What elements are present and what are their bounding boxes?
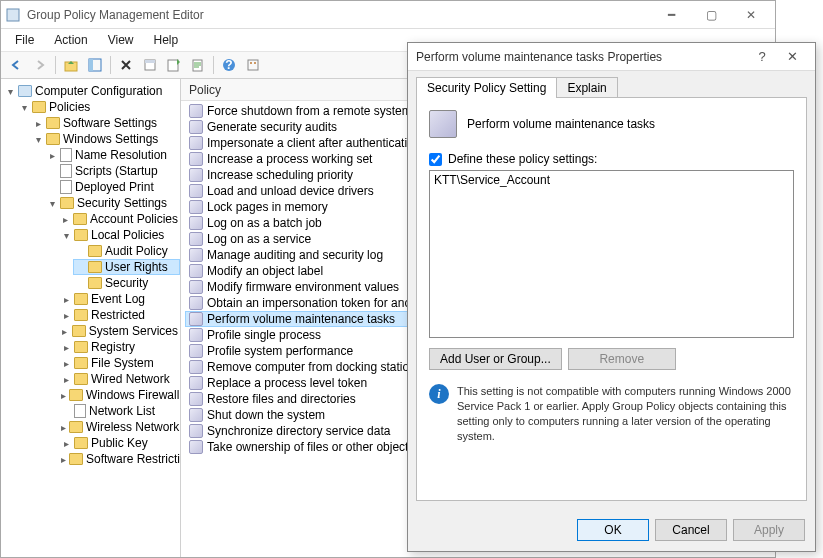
policy-item-label: Log on as a batch job (207, 216, 322, 230)
tree-software-restriction[interactable]: ▸Software Restriction (59, 451, 180, 467)
show-hide-tree-button[interactable] (84, 54, 106, 76)
policy-item-icon (189, 152, 203, 166)
forward-button[interactable] (29, 54, 51, 76)
back-button[interactable] (5, 54, 27, 76)
tree-pane[interactable]: ▾Computer Configuration ▾Policies ▸Softw… (1, 79, 181, 557)
add-user-group-button[interactable]: Add User or Group... (429, 348, 562, 370)
policy-item-label: Profile system performance (207, 344, 353, 358)
policy-item-label: Impersonate a client after authenticatio… (207, 136, 420, 150)
cancel-button[interactable]: Cancel (655, 519, 727, 541)
titlebar: Group Policy Management Editor ━ ▢ ✕ (1, 1, 775, 29)
compatibility-info-text: This setting is not compatible with comp… (457, 384, 794, 443)
policy-item-label: Perform volume maintenance tasks (207, 312, 395, 326)
tree-windows-settings[interactable]: ▾Windows Settings (31, 131, 180, 147)
tree-label: Computer Configuration (35, 84, 162, 98)
tree-label: User Rights (105, 260, 168, 274)
tree-local-policies[interactable]: ▾Local Policies (59, 227, 180, 243)
svg-rect-10 (248, 60, 258, 70)
tree-network-list[interactable]: Network List (59, 403, 180, 419)
help-button[interactable]: ? (218, 54, 240, 76)
properties-button[interactable] (139, 54, 161, 76)
tree-security-settings[interactable]: ▾Security Settings (45, 195, 180, 211)
tree-scripts[interactable]: Scripts (Startup (45, 163, 180, 179)
tree-label: Security (105, 276, 148, 290)
policy-item-icon (189, 184, 203, 198)
delete-button[interactable] (115, 54, 137, 76)
up-button[interactable] (60, 54, 82, 76)
tree-label: Software Settings (63, 116, 157, 130)
menu-view[interactable]: View (98, 31, 144, 49)
tree-audit-policy[interactable]: Audit Policy (73, 243, 180, 259)
policy-item-icon (189, 264, 203, 278)
policy-item-label: Increase scheduling priority (207, 168, 353, 182)
tree-computer-configuration[interactable]: ▾Computer Configuration (3, 83, 180, 99)
dialog-help-button[interactable]: ? (747, 49, 777, 64)
principals-list[interactable]: KTT\Service_Account (429, 170, 794, 338)
policy-item-icon (189, 136, 203, 150)
define-settings-checkbox[interactable] (429, 153, 442, 166)
minimize-button[interactable]: ━ (651, 3, 691, 27)
tree-label: Registry (91, 340, 135, 354)
maximize-button[interactable]: ▢ (691, 3, 731, 27)
policy-name-label: Perform volume maintenance tasks (467, 117, 655, 131)
svg-rect-6 (168, 60, 178, 71)
tree-software-settings[interactable]: ▸Software Settings (31, 115, 180, 131)
principal-item[interactable]: KTT\Service_Account (434, 173, 789, 187)
tree-label: Security Settings (77, 196, 167, 210)
tree-security-options[interactable]: Security (73, 275, 180, 291)
tree-label: Wired Network (91, 372, 170, 386)
tree-event-log[interactable]: ▸Event Log (59, 291, 180, 307)
policy-item-label: Replace a process level token (207, 376, 367, 390)
tree-system-services[interactable]: ▸System Services (59, 323, 180, 339)
define-settings-label[interactable]: Define these policy settings: (448, 152, 597, 166)
ok-button[interactable]: OK (577, 519, 649, 541)
close-button[interactable]: ✕ (731, 3, 771, 27)
policy-item-icon (189, 248, 203, 262)
policy-item-icon (189, 360, 203, 374)
tab-strip: Security Policy Setting Explain (408, 71, 815, 98)
tree-user-rights[interactable]: User Rights (73, 259, 180, 275)
tree-account-policies[interactable]: ▸Account Policies (59, 211, 180, 227)
tab-explain[interactable]: Explain (556, 77, 617, 98)
policy-item-icon (189, 440, 203, 454)
filter-button[interactable] (242, 54, 264, 76)
tree-registry[interactable]: ▸Registry (59, 339, 180, 355)
policy-item-label: Shut down the system (207, 408, 325, 422)
svg-text:?: ? (225, 58, 232, 72)
tree-name-resolution[interactable]: ▸Name Resolution (45, 147, 180, 163)
tree-file-system[interactable]: ▸File System (59, 355, 180, 371)
policy-item-label: Manage auditing and security log (207, 248, 383, 262)
tree-label: Network List (89, 404, 155, 418)
dialog-close-button[interactable]: ✕ (777, 49, 807, 64)
tree-label: Windows Settings (63, 132, 158, 146)
policy-item-icon (189, 168, 203, 182)
policy-item-icon (189, 232, 203, 246)
menu-action[interactable]: Action (44, 31, 97, 49)
svg-rect-3 (89, 59, 93, 71)
svg-rect-12 (254, 62, 256, 64)
tree-wireless-network[interactable]: ▸Wireless Network (59, 419, 180, 435)
tree-wired-network[interactable]: ▸Wired Network (59, 371, 180, 387)
tree-label: Wireless Network (86, 420, 179, 434)
tree-restricted-groups[interactable]: ▸Restricted (59, 307, 180, 323)
policy-item-icon (189, 280, 203, 294)
tree-policies[interactable]: ▾Policies (17, 99, 180, 115)
tree-deployed-printers[interactable]: Deployed Print (45, 179, 180, 195)
menu-file[interactable]: File (5, 31, 44, 49)
app-icon (5, 7, 21, 23)
policy-item-icon (189, 344, 203, 358)
menu-help[interactable]: Help (144, 31, 189, 49)
refresh-button[interactable] (163, 54, 185, 76)
policy-item-label: Modify firmware environment values (207, 280, 399, 294)
apply-button[interactable]: Apply (733, 519, 805, 541)
policy-item-label: Profile single process (207, 328, 321, 342)
tree-windows-firewall[interactable]: ▸Windows Firewall (59, 387, 180, 403)
policy-item-label: Generate security audits (207, 120, 337, 134)
tab-security-policy-setting[interactable]: Security Policy Setting (416, 77, 557, 98)
policy-item-label: Load and unload device drivers (207, 184, 374, 198)
tree-public-key[interactable]: ▸Public Key (59, 435, 180, 451)
policy-item-label: Restore files and directories (207, 392, 356, 406)
export-button[interactable] (187, 54, 209, 76)
policy-item-label: Remove computer from docking station (207, 360, 416, 374)
remove-button[interactable]: Remove (568, 348, 676, 370)
